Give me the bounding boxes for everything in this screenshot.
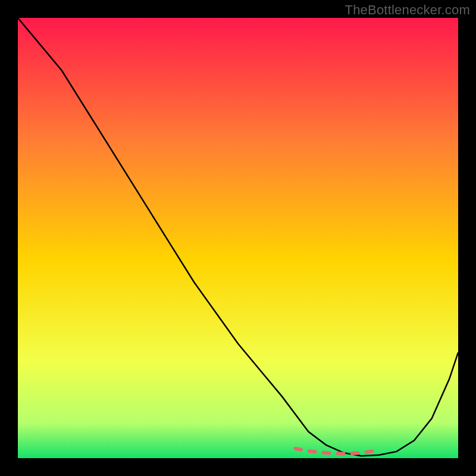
bottleneck-chart bbox=[18, 18, 458, 458]
watermark-text: TheBottlenecker.com bbox=[345, 2, 470, 18]
gradient-background bbox=[18, 18, 458, 458]
chart-frame bbox=[18, 18, 458, 458]
